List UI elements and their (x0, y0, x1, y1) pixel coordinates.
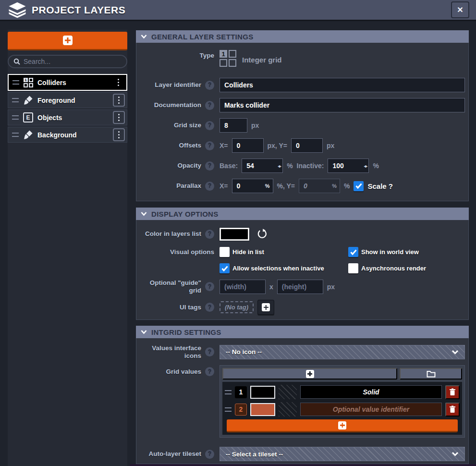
search-input[interactable] (24, 58, 122, 65)
guide-width-input[interactable] (220, 280, 266, 294)
layer-row-foreground[interactable]: Foreground (8, 92, 127, 108)
help-icon[interactable]: ? (205, 230, 214, 239)
window-title: PROJECT LAYERS (32, 4, 125, 16)
grid-size-label: Grid size (174, 122, 201, 129)
parallax-row: Parallax ? X= % %, Y= % % (136, 179, 468, 193)
layer-row-background[interactable]: Background (8, 127, 127, 143)
help-icon[interactable]: ? (205, 101, 214, 110)
grid-value-row: 1 (225, 385, 460, 399)
layer-row-objects[interactable]: E Objects (8, 110, 127, 125)
layer-menu-button[interactable] (113, 111, 125, 124)
reset-color-button[interactable] (257, 229, 268, 239)
layer-color-swatch[interactable] (220, 228, 249, 241)
help-icon[interactable]: ? (205, 141, 214, 150)
hide-in-list-checkbox[interactable] (220, 247, 230, 257)
parallax-scale-checkbox[interactable] (354, 181, 364, 191)
layer-settings-panel: GENERAL LAYER SETTINGS Type 1 Integer gr… (136, 0, 469, 466)
parallax-scale-label: Scale ? (367, 182, 393, 190)
help-icon[interactable]: ? (205, 121, 214, 130)
help-icon[interactable]: ? (205, 450, 214, 459)
delete-value-button[interactable] (445, 385, 460, 399)
type-row: Type 1 Integer grid (136, 50, 468, 72)
section-intgrid-body: Values interface icons ? -- No icon -- G… (136, 338, 469, 464)
plus-icon (338, 421, 346, 429)
values-icons-select[interactable]: -- No icon -- (220, 345, 465, 359)
layer-list: 1 Colliders Foreground E Objects (8, 74, 127, 143)
layer-menu-button[interactable] (113, 94, 125, 107)
opacity-base-input[interactable] (242, 159, 283, 173)
auto-tileset-row: Auto-layer tileset ? -- Select a tileset… (136, 447, 468, 461)
help-icon[interactable]: ? (205, 182, 214, 191)
section-display-body: Color in layers list ? Visual options (136, 220, 469, 320)
grid-values-panel: 1 (220, 365, 465, 438)
drag-handle-icon[interactable] (12, 133, 19, 137)
parallax-x-input[interactable] (232, 179, 273, 193)
ui-tags-row: UI tags ? (No tag) (136, 300, 468, 315)
help-icon[interactable]: ? (205, 303, 214, 312)
parallax-y-input[interactable] (299, 179, 340, 193)
add-tag-button[interactable] (257, 300, 274, 315)
drag-handle-icon[interactable] (225, 390, 232, 394)
drag-handle-icon[interactable] (12, 98, 19, 102)
section-display-header[interactable]: DISPLAY OPTIONS (136, 208, 469, 220)
stripes-decoration (279, 385, 297, 399)
color-row: Color in layers list ? (136, 227, 468, 241)
layer-row-colliders[interactable]: 1 Colliders (8, 74, 127, 91)
value-color-swatch[interactable] (250, 386, 275, 399)
reset-icon (257, 229, 268, 239)
layer-menu-button[interactable] (112, 76, 124, 89)
guide-grid-row: Optional "guide" grid ? x px (136, 279, 468, 294)
visual-options-grid: Hide in list Show in world view (220, 247, 465, 273)
add-grid-value-button[interactable] (227, 419, 458, 432)
show-in-world-view-checkbox[interactable] (348, 247, 358, 257)
help-icon[interactable]: ? (205, 161, 214, 171)
offsets-row: Offsets ? X= px, Y= px (136, 138, 468, 153)
async-render-checkbox[interactable] (348, 263, 358, 273)
help-icon[interactable]: ? (205, 282, 214, 291)
opacity-row: Opacity ? Base: ◂▸ % Inactive: ◂▸ % (136, 159, 468, 173)
value-identifier-input[interactable] (300, 385, 442, 399)
add-layer-button[interactable] (8, 32, 127, 50)
section-intgrid-header[interactable]: INTGRID SETTINGS (136, 326, 469, 338)
drag-handle-icon[interactable] (225, 407, 232, 412)
help-icon[interactable]: ? (205, 367, 214, 376)
plus-icon (63, 36, 73, 45)
offsets-label: Offsets (179, 142, 201, 149)
auto-tileset-select[interactable]: -- Select a tileset -- (220, 447, 465, 461)
opacity-inactive-input[interactable] (328, 159, 369, 173)
offset-x-input[interactable] (232, 138, 264, 153)
grid-values-row: Grid values ? (136, 365, 468, 438)
layer-name: Colliders (37, 79, 66, 86)
layer-menu-button[interactable] (113, 128, 125, 141)
guide-height-input[interactable] (277, 280, 323, 294)
allow-selections-checkbox[interactable] (220, 263, 230, 273)
help-icon[interactable]: ? (205, 81, 214, 90)
type-value: Integer grid (242, 56, 282, 64)
drag-handle-icon[interactable] (12, 115, 19, 120)
value-group-button[interactable] (400, 368, 462, 380)
layer-name: Background (37, 131, 77, 139)
layer-identifier-input[interactable] (220, 78, 465, 92)
help-icon[interactable]: ? (205, 347, 214, 356)
layer-name: Foreground (37, 97, 75, 104)
delete-value-button[interactable] (445, 403, 460, 417)
search-box[interactable] (8, 55, 127, 68)
color-label: Color in layers list (145, 230, 201, 238)
add-value-button[interactable] (222, 368, 397, 380)
value-color-swatch[interactable] (250, 403, 275, 416)
grid-size-input[interactable] (220, 118, 247, 133)
value-number-badge: 2 (235, 404, 247, 416)
opacity-label: Opacity (177, 162, 201, 170)
parallax-label: Parallax (176, 182, 201, 190)
intgrid-layer-icon: 1 (24, 78, 33, 87)
search-icon (13, 58, 20, 65)
chevron-down-icon (452, 452, 459, 456)
drag-handle-icon[interactable] (12, 80, 19, 85)
documentation-input[interactable] (220, 98, 465, 112)
offset-y-input[interactable] (291, 138, 323, 153)
entity-layer-icon: E (23, 112, 33, 123)
value-identifier-input[interactable] (300, 403, 442, 416)
check-icon (350, 249, 357, 255)
no-tag-placeholder: (No tag) (220, 301, 254, 313)
section-general-header[interactable]: GENERAL LAYER SETTINGS (136, 30, 469, 43)
